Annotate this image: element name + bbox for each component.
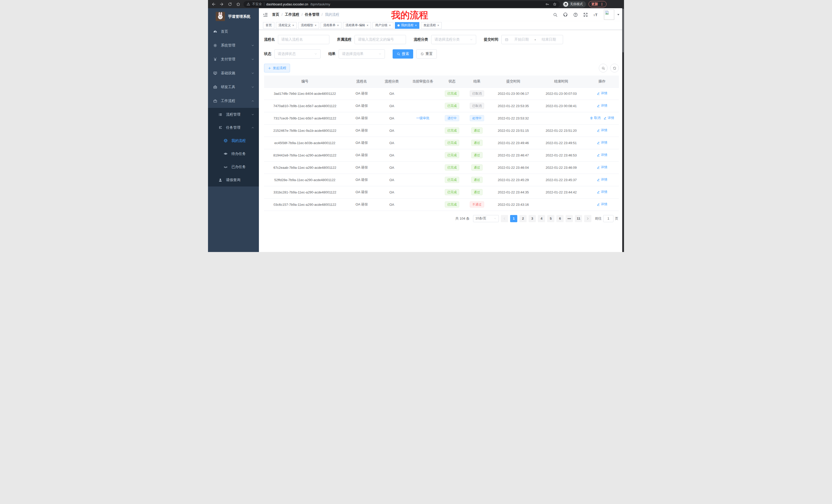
action-label: 详情 <box>601 91 607 95</box>
tab-流程定义[interactable]: 流程定义× <box>276 22 297 29</box>
key-icon[interactable] <box>545 2 549 6</box>
page-size-select[interactable]: 10条/页 <box>473 215 499 222</box>
sidebar-item-process-mgmt[interactable]: 流程管理 <box>208 108 259 121</box>
detail-action-link[interactable]: 详情 <box>597 190 607 194</box>
status-badge: 已完成 <box>445 189 459 195</box>
url-bar[interactable]: 不安全 dashboard.yudao.iocoder.cn/bpm/task/… <box>243 1 560 7</box>
create-process-button[interactable]: 发起流程 <box>264 64 290 73</box>
table-search-button[interactable] <box>599 64 607 73</box>
cell-status: 已完成 <box>440 149 465 161</box>
cell-id: 331bc281-7b9a-11ec-a290-acde48001122 <box>264 186 345 198</box>
browser-menu-icon[interactable]: ⋮ <box>600 2 604 6</box>
detail-action-link[interactable]: 详情 <box>603 116 614 120</box>
plus-icon <box>268 66 271 70</box>
current-task-link[interactable]: 一级审批 <box>416 116 430 120</box>
page-button-6[interactable]: 6 <box>556 215 564 222</box>
detail-action-link[interactable]: 详情 <box>597 165 607 170</box>
cell-process-name: OA 请假 <box>345 87 378 100</box>
sidebar-item-task-mgmt[interactable]: 任务管理 <box>208 121 259 134</box>
detail-action-link[interactable]: 详情 <box>597 128 607 133</box>
result-badge: 处理中 <box>470 115 484 121</box>
cancel-action-link[interactable]: 取消 <box>590 116 600 120</box>
cell-submit-time: 2022-01-22 23:53:35 <box>489 100 537 112</box>
close-tab-icon[interactable]: × <box>389 24 391 27</box>
update-button[interactable]: 更新 ⋮ <box>589 1 606 7</box>
sidebar-item-infra[interactable]: 基础设施 <box>208 66 259 80</box>
forward-icon[interactable] <box>219 1 225 7</box>
detail-action-link[interactable]: 详情 <box>597 141 607 145</box>
breadcrumb-item[interactable]: 首页 <box>272 12 279 17</box>
table-header-row: 编号流程名流程分类当前审批任务状态结果提交时间结束时间操作 <box>264 76 619 87</box>
sidebar-item-done-tasks[interactable]: 已办任务 <box>208 160 259 173</box>
detail-action-link[interactable]: 详情 <box>597 177 607 182</box>
result-badge: 通过 <box>471 140 483 146</box>
close-tab-icon[interactable]: × <box>315 24 316 27</box>
page-scrollbar[interactable] <box>622 8 624 252</box>
close-tab-icon[interactable]: × <box>415 24 417 27</box>
detail-action-link[interactable]: 详情 <box>597 202 607 206</box>
sidebar-item-label: 我的流程 <box>231 138 246 143</box>
sidebar-item-devtools[interactable]: 研发工具 <box>208 80 259 94</box>
tab-发起流程[interactable]: 发起流程× <box>421 22 442 29</box>
table-refresh-button[interactable] <box>610 64 619 73</box>
detail-action-link[interactable]: 详情 <box>597 153 607 157</box>
hamburger-icon[interactable] <box>263 12 268 17</box>
column-header: 编号 <box>264 76 345 87</box>
sidebar-item-leave-query[interactable]: 请假查询 <box>208 173 259 187</box>
status-select[interactable]: 请选择状态 <box>274 49 321 59</box>
result-select[interactable]: 请选择流结果 <box>339 49 385 59</box>
detail-action-link[interactable]: 详情 <box>597 104 607 108</box>
search-icon[interactable] <box>553 12 558 17</box>
tab-我的流程[interactable]: 我的流程× <box>395 22 419 29</box>
help-icon[interactable] <box>573 12 578 17</box>
close-tab-icon[interactable]: × <box>367 24 368 27</box>
page-button-1[interactable]: 1 <box>510 215 517 222</box>
home-icon[interactable] <box>235 1 241 7</box>
sidebar-logo[interactable]: 芋道管理系统 <box>208 8 259 25</box>
sidebar-item-my-process[interactable]: 我的流程 <box>208 134 259 147</box>
goto-page-input[interactable]: 1 <box>603 215 614 222</box>
page-button-5[interactable]: 5 <box>547 215 554 222</box>
breadcrumb-item[interactable]: 任务管理 <box>305 12 319 17</box>
prev-page-button[interactable] <box>501 215 508 222</box>
search-icon <box>397 52 400 56</box>
tab-流程模型[interactable]: 流程模型× <box>298 22 319 29</box>
page-button-3[interactable]: 3 <box>529 215 536 222</box>
close-tab-icon[interactable]: × <box>437 24 439 27</box>
tab-首页[interactable]: 首页 <box>263 22 274 29</box>
sidebar-item-todo-tasks[interactable]: 待办任务 <box>208 147 259 160</box>
tab-用户分组[interactable]: 用户分组× <box>372 22 393 29</box>
tab-流程表单[interactable]: 流程表单× <box>321 22 341 29</box>
page-button-4[interactable]: 4 <box>538 215 545 222</box>
sidebar-item-workflow[interactable]: 工作流程 <box>208 94 259 108</box>
close-tab-icon[interactable]: × <box>337 24 339 27</box>
reload-icon[interactable] <box>227 1 233 7</box>
tab-流程表单-编辑[interactable]: 流程表单-编辑× <box>343 22 371 29</box>
detail-action-link[interactable]: 详情 <box>597 91 607 95</box>
screen: 不安全 dashboard.yudao.iocoder.cn/bpm/task/… <box>208 0 624 252</box>
fullscreen-icon[interactable] <box>583 12 588 17</box>
result-placeholder: 请选择流结果 <box>342 52 364 56</box>
close-tab-icon[interactable]: × <box>292 24 294 27</box>
page-button-11[interactable]: 11 <box>575 215 582 222</box>
process-name-input[interactable]: 请输入流程名 <box>278 35 329 44</box>
sidebar-item-home[interactable]: 首页 <box>208 25 259 38</box>
date-range-picker[interactable]: 开始日期 - 结束日期 <box>501 35 563 44</box>
process-def-placeholder: 请输入流程定义的编号 <box>358 37 394 42</box>
scrollbar-thumb[interactable] <box>622 9 624 52</box>
more-pages-button[interactable]: ••• <box>566 215 573 222</box>
category-select[interactable]: 请选择流程分类 <box>431 35 476 44</box>
bookmark-star-icon[interactable] <box>553 2 557 6</box>
sidebar-item-payment[interactable]: 支付管理 <box>208 52 259 66</box>
font-size-icon[interactable]: TT <box>593 12 599 17</box>
sidebar-item-system[interactable]: 系统管理 <box>208 38 259 52</box>
user-menu[interactable] <box>604 9 620 20</box>
back-icon[interactable] <box>211 1 216 7</box>
next-page-button[interactable] <box>584 215 591 222</box>
reset-button[interactable]: 重置 <box>416 49 437 59</box>
process-def-input[interactable]: 请输入流程定义的编号 <box>355 35 406 44</box>
search-button[interactable]: 搜索 <box>393 49 413 59</box>
github-icon[interactable] <box>563 12 568 17</box>
breadcrumb-item[interactable]: 工作流程 <box>285 12 299 17</box>
page-button-2[interactable]: 2 <box>519 215 526 222</box>
